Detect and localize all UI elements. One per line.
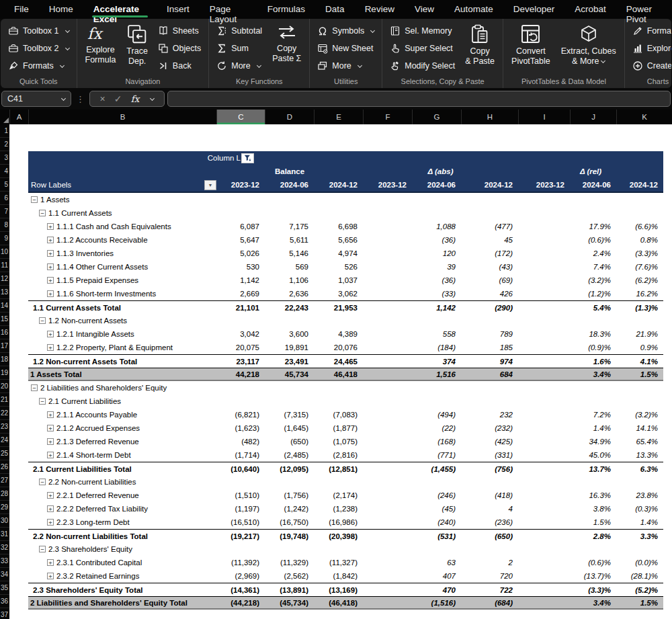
ribbon-button-modify-select[interactable]: Modify Select bbox=[386, 58, 459, 75]
tab-developer[interactable]: Developer bbox=[503, 0, 565, 19]
cell-E[interactable]: 4,389 bbox=[314, 327, 363, 341]
cell-H[interactable]: 45 bbox=[461, 233, 518, 247]
cell-J[interactable]: 3.8% bbox=[570, 502, 616, 515]
cell-D[interactable]: (1,756) bbox=[265, 489, 314, 502]
tab-power-pivot[interactable]: Power Pivot bbox=[616, 0, 672, 19]
expand-toggle-icon[interactable]: + bbox=[47, 237, 54, 243]
cell-I[interactable] bbox=[518, 260, 570, 274]
cell-J[interactable]: (0.6)% bbox=[570, 233, 616, 247]
ribbon-button-more[interactable]: More bbox=[212, 58, 266, 75]
cell-C[interactable] bbox=[216, 381, 265, 395]
row-label-cell[interactable]: +1.1.3 Inventories bbox=[28, 247, 216, 260]
cell-G[interactable]: (33) bbox=[412, 287, 461, 300]
cell-H[interactable] bbox=[461, 395, 518, 408]
cell-F[interactable] bbox=[363, 206, 412, 220]
ribbon-button-back[interactable]: Back bbox=[154, 58, 205, 75]
row-header-11[interactable]: 11 bbox=[0, 259, 9, 272]
cell-H[interactable]: 974 bbox=[461, 355, 518, 368]
cell-K[interactable]: (5.2)% bbox=[616, 583, 663, 596]
cell-E[interactable]: 1,037 bbox=[314, 274, 363, 287]
cell-D[interactable]: 45,734 bbox=[265, 368, 314, 380]
expand-toggle-icon[interactable]: − bbox=[39, 317, 46, 324]
column-header-H[interactable]: H bbox=[461, 110, 518, 124]
column-header-G[interactable]: G bbox=[412, 110, 461, 124]
cell-D[interactable]: 5,611 bbox=[265, 233, 314, 247]
cell-H[interactable] bbox=[461, 193, 518, 206]
cell-F[interactable] bbox=[363, 260, 412, 274]
ribbon-button-objects[interactable]: Objects bbox=[154, 40, 205, 57]
cell-J[interactable]: (0.9)% bbox=[570, 341, 616, 354]
cell-J[interactable]: 1.6% bbox=[570, 355, 616, 368]
ribbon-button-copy-paste[interactable]: CopyPaste Σ bbox=[267, 21, 306, 76]
cell-D[interactable]: (2,485) bbox=[265, 448, 314, 462]
cell-E[interactable]: (7,083) bbox=[314, 408, 363, 421]
cell-D[interactable]: (13,891) bbox=[265, 583, 314, 596]
ribbon-button-extract-cubes-more[interactable]: Extract, Cubes& More bbox=[556, 21, 621, 76]
cell-K[interactable]: (3.2)% bbox=[616, 408, 663, 421]
cancel-icon[interactable]: × bbox=[100, 93, 106, 104]
cell-D[interactable]: (1,645) bbox=[265, 421, 314, 435]
expand-toggle-icon[interactable]: + bbox=[47, 559, 54, 566]
cell-H[interactable]: 426 bbox=[461, 287, 518, 300]
cell-G[interactable]: (36) bbox=[412, 274, 461, 287]
cell-H[interactable]: 684 bbox=[461, 368, 518, 380]
row-label-cell[interactable]: +2.2.2 Deferred Tax Liability bbox=[28, 502, 216, 515]
cell-I[interactable] bbox=[518, 583, 570, 596]
ribbon-button-create[interactable]: Create bbox=[628, 58, 671, 75]
cell-G[interactable]: (184) bbox=[412, 341, 461, 354]
cell-D[interactable]: (650) bbox=[265, 435, 314, 448]
cell-D[interactable]: 7,175 bbox=[265, 220, 314, 233]
cell-C[interactable]: (482) bbox=[216, 435, 265, 448]
cell-G[interactable]: (771) bbox=[412, 448, 461, 462]
cell-H[interactable]: (756) bbox=[461, 462, 518, 475]
cell-H[interactable] bbox=[461, 542, 518, 556]
period-header[interactable]: 2024-06 bbox=[412, 178, 461, 192]
cell-H[interactable]: (684) bbox=[461, 597, 518, 608]
cell-I[interactable] bbox=[518, 206, 570, 220]
cell-K[interactable] bbox=[616, 542, 663, 556]
period-header[interactable]: 2024-12 bbox=[314, 178, 363, 192]
cell-H[interactable] bbox=[461, 314, 518, 327]
cell-E[interactable]: (16,986) bbox=[314, 515, 363, 529]
cell-I[interactable] bbox=[518, 355, 570, 368]
row-header-15[interactable]: 15 bbox=[0, 313, 9, 326]
row-label-cell[interactable]: −1.2 Non-current Assets bbox=[28, 314, 216, 327]
row-label-cell[interactable]: −1.1 Current Assets bbox=[28, 206, 216, 220]
cell-I[interactable] bbox=[518, 274, 570, 287]
row-label-cell[interactable]: −2 Liabilities and Shareholders' Equity bbox=[28, 381, 216, 395]
cell-J[interactable]: 2.8% bbox=[570, 530, 616, 542]
select-all-corner[interactable] bbox=[0, 110, 9, 124]
cell-J[interactable] bbox=[570, 395, 616, 408]
cell-K[interactable]: 14.1% bbox=[616, 421, 663, 435]
cell-C[interactable]: (14,361) bbox=[216, 583, 265, 596]
ribbon-button-sel-memory[interactable]: Sel. Memory bbox=[386, 23, 459, 40]
cell-J[interactable]: (0.6)% bbox=[570, 556, 616, 569]
cell-D[interactable]: (7,315) bbox=[265, 408, 314, 421]
cell-E[interactable]: 4,974 bbox=[314, 247, 363, 260]
ribbon-button-convert-pivottable[interactable]: ConvertPivotTable bbox=[507, 21, 555, 76]
cell-H[interactable] bbox=[461, 206, 518, 220]
cell-D[interactable]: 3,600 bbox=[265, 327, 314, 341]
row-header-7[interactable]: 7 bbox=[0, 205, 9, 218]
cell-H[interactable]: (425) bbox=[461, 435, 518, 448]
cell-F[interactable] bbox=[363, 597, 412, 608]
column-header-F[interactable]: F bbox=[363, 110, 412, 124]
cell-K[interactable]: 4.1% bbox=[616, 355, 663, 368]
cell-K[interactable]: (1.3)% bbox=[616, 301, 663, 314]
row-label-cell[interactable]: +2.2.3 Long-term Debt bbox=[28, 515, 216, 529]
cell-I[interactable] bbox=[518, 220, 570, 233]
cell-I[interactable] bbox=[518, 301, 570, 314]
cell-I[interactable] bbox=[518, 341, 570, 354]
row-header-30[interactable]: 30 bbox=[0, 514, 9, 528]
cell-C[interactable]: 2,669 bbox=[216, 287, 265, 300]
row-header-2[interactable]: 2 bbox=[0, 138, 9, 151]
cell-J[interactable] bbox=[570, 206, 616, 220]
expand-toggle-icon[interactable]: + bbox=[47, 573, 54, 579]
expand-toggle-icon[interactable]: − bbox=[39, 479, 46, 485]
ribbon-button-formats[interactable]: Formats bbox=[4, 58, 73, 75]
period-header[interactable]: 2024-06 bbox=[570, 178, 616, 192]
row-label-cell[interactable]: +1.2.2 Property, Plant & Equipment bbox=[28, 341, 216, 354]
period-header[interactable]: 2023-12 bbox=[363, 178, 412, 192]
ribbon-button-sum[interactable]: Sum bbox=[212, 40, 266, 57]
row-header-6[interactable]: 6 bbox=[0, 192, 9, 205]
